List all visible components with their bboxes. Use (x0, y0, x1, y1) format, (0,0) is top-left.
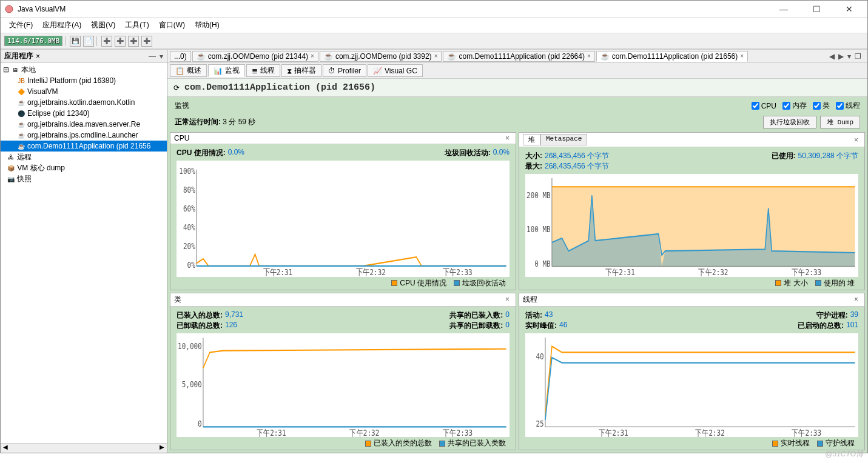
monitor-icon: 📊 (214, 67, 223, 75)
tree-node-visualvm[interactable]: 🔶VisualVM (1, 86, 167, 97)
tool-add-jmx-icon[interactable]: ➕ (115, 36, 126, 47)
tab-prev-icon[interactable]: ◀ (829, 52, 835, 61)
refresh-icon[interactable]: ⟳ (173, 84, 180, 92)
tree-node-remote[interactable]: 🖧远程 (1, 152, 167, 162)
heap-dump-button[interactable]: 堆 Dump (820, 116, 860, 128)
maximize-button[interactable]: ☐ (806, 4, 827, 14)
menu-help[interactable]: 帮助(H) (191, 19, 223, 32)
app-name: com.Demo1111Application (pid 21656) (184, 82, 375, 93)
svg-text:下午2:31: 下午2:31 (263, 267, 292, 277)
svg-text:25: 25 (536, 418, 544, 428)
close-icon[interactable]: × (311, 53, 314, 59)
cpu-chart: 100% 80% 60% 40% 20% 0% (177, 161, 510, 277)
subtab-sampler[interactable]: ⧗抽样器 (281, 64, 321, 77)
tab-list-icon[interactable]: ▾ (847, 52, 851, 61)
gc-button[interactable]: 执行垃圾回收 (763, 116, 816, 128)
close-button[interactable]: ✕ (838, 4, 860, 14)
tool-page-icon[interactable]: 📄 (83, 36, 94, 47)
tree-node-demo1111[interactable]: ☕com.Demo1111Application (pid 21656 (1, 141, 167, 152)
menu-view[interactable]: 视图(V) (87, 19, 119, 32)
heap-panel: 堆 Metaspace × 大小:268,435,456 个字节 已使用:50,… (519, 132, 865, 290)
subtab-profiler[interactable]: ⏱Profiler (323, 64, 366, 77)
tab-oomdemo-21344[interactable]: ☕com.zjj.OOMDemo (pid 21344)× (192, 51, 318, 62)
sidebar-dropdown-icon[interactable]: ▾ (160, 52, 163, 61)
svg-text:下午2:31: 下午2:31 (257, 427, 286, 437)
tree-node-maven[interactable]: ☕org.jetbrains.idea.maven.server.Re (1, 119, 167, 130)
menu-tools[interactable]: 工具(T) (121, 19, 152, 32)
monitor-label: 监视 (175, 101, 189, 111)
classes-title: 类 (174, 295, 181, 305)
check-threads[interactable]: 线程 (836, 101, 860, 111)
heap-chart: 0 MB 100 MB 200 MB 下午2:31 (525, 174, 858, 277)
svg-text:40: 40 (536, 351, 544, 361)
subtab-threads[interactable]: ≣线程 (246, 64, 280, 77)
tool-add-snapshot-icon[interactable]: ➕ (141, 36, 152, 47)
sidebar-minimize-icon[interactable]: — (149, 52, 156, 61)
svg-text:20%: 20% (183, 241, 195, 251)
close-icon[interactable]: × (740, 53, 744, 59)
menu-window[interactable]: 窗口(W) (155, 19, 189, 32)
minimize-button[interactable]: — (773, 4, 795, 14)
panel-close-icon[interactable]: × (852, 295, 861, 304)
watermark: @51CTO博 (825, 449, 863, 459)
panel-close-icon[interactable]: × (852, 136, 861, 144)
app-icon (4, 4, 14, 14)
tree-node-jps[interactable]: ☕org.jetbrains.jps.cmdline.Launcher (1, 130, 167, 141)
tree-node-intellij[interactable]: JBIntelliJ Platform (pid 16380) (1, 75, 167, 86)
check-cpu[interactable]: CPU (752, 102, 776, 110)
svg-text:200 MB: 200 MB (527, 190, 551, 200)
subtab-overview[interactable]: 📋概述 (170, 64, 207, 77)
app-header: ⟳ com.Demo1111Application (pid 21656) (167, 79, 867, 97)
tool-save-icon[interactable]: 💾 (70, 36, 81, 47)
svg-text:100 MB: 100 MB (527, 224, 551, 235)
window-title: Java VisualVM (18, 5, 773, 13)
tab-oomdemo-3392[interactable]: ☕com.zjj.OOMDemo (pid 3392)× (320, 51, 442, 62)
heap-tab-heap[interactable]: 堆 (523, 134, 540, 145)
svg-point-0 (5, 5, 13, 13)
classes-panel: 类× 已装入的总数:9,731 共享的已装入数:0 已卸载的总数:126 共享的… (170, 293, 516, 451)
check-memory[interactable]: 内存 (782, 101, 807, 111)
titlebar: Java VisualVM — ☐ ✕ (1, 1, 867, 18)
menu-applications[interactable]: 应用程序(A) (39, 19, 85, 32)
tree-node-eclipse[interactable]: 🌑Eclipse (pid 12340) (1, 108, 167, 119)
sidebar-header: 应用程序 × — ▾ (1, 50, 167, 63)
tool-add-remote-icon[interactable]: ➕ (101, 36, 112, 47)
svg-text:下午2:33: 下午2:33 (792, 267, 821, 276)
uptime-value: 3 分 59 秒 (223, 118, 255, 126)
tree-node-kotlin[interactable]: ☕org.jetbrains.kotlin.daemon.Kotlin (1, 97, 167, 108)
tab-demo1111-21656[interactable]: ☕com.Demo1111Application (pid 21656)× (596, 51, 748, 62)
visualvm-icon: 🔶 (17, 87, 25, 96)
tab-max-icon[interactable]: ❐ (855, 52, 861, 61)
menu-file[interactable]: 文件(F) (5, 19, 36, 32)
panel-close-icon[interactable]: × (503, 295, 512, 304)
svg-text:60%: 60% (183, 203, 195, 213)
heap-tab-metaspace[interactable]: Metaspace (540, 134, 587, 145)
applications-tree[interactable]: ⊟🖥本地 JBIntelliJ Platform (pid 16380) 🔶Vi… (1, 63, 167, 443)
tab-truncated[interactable]: ...0) (170, 51, 191, 62)
toolbar: 114.6/176.0MB 💾 📄 ➕ ➕ ➕ ➕ (1, 33, 867, 49)
profiler-icon: ⏱ (328, 67, 335, 75)
memory-gauge[interactable]: 114.6/176.0MB (4, 36, 62, 46)
svg-text:下午2:32: 下午2:32 (695, 427, 725, 437)
editor-tabs: ...0) ☕com.zjj.OOMDemo (pid 21344)× ☕com… (167, 50, 867, 63)
tool-add-dump-icon[interactable]: ➕ (128, 36, 139, 47)
tab-demo1111-22664[interactable]: ☕com.Demo1111Application (pid 22664)× (443, 51, 594, 62)
subtab-visualgc[interactable]: 📈Visual GC (368, 64, 423, 77)
panel-close-icon[interactable]: × (503, 134, 512, 142)
svg-text:下午2:32: 下午2:32 (356, 267, 385, 277)
close-icon[interactable]: × (587, 53, 591, 59)
uptime-label: 正常运行时间: (175, 118, 221, 126)
sub-tabs: 📋概述 📊监视 ≣线程 ⧗抽样器 ⏱Profiler 📈Visual GC (167, 63, 867, 79)
tree-node-local[interactable]: ⊟🖥本地 (1, 64, 167, 75)
tree-node-vmdump[interactable]: 📦VM 核心 dump (1, 162, 167, 173)
svg-text:下午2:31: 下午2:31 (599, 427, 628, 437)
tree-node-snapshot[interactable]: 📷快照 (1, 173, 167, 184)
check-classes[interactable]: 类 (813, 101, 830, 111)
svg-text:下午2:32: 下午2:32 (698, 267, 728, 276)
main-area: 应用程序 × — ▾ ⊟🖥本地 JBIntelliJ Platform (pid… (1, 49, 867, 453)
cpu-panel: CPU× CPU 使用情况:0.0% 垃圾回收活动:0.0% 100% (170, 132, 516, 290)
tab-next-icon[interactable]: ▶ (838, 52, 844, 61)
close-icon[interactable]: × (434, 53, 438, 59)
subtab-monitor[interactable]: 📊监视 (208, 64, 245, 77)
snapshot-icon: 📷 (7, 175, 15, 183)
